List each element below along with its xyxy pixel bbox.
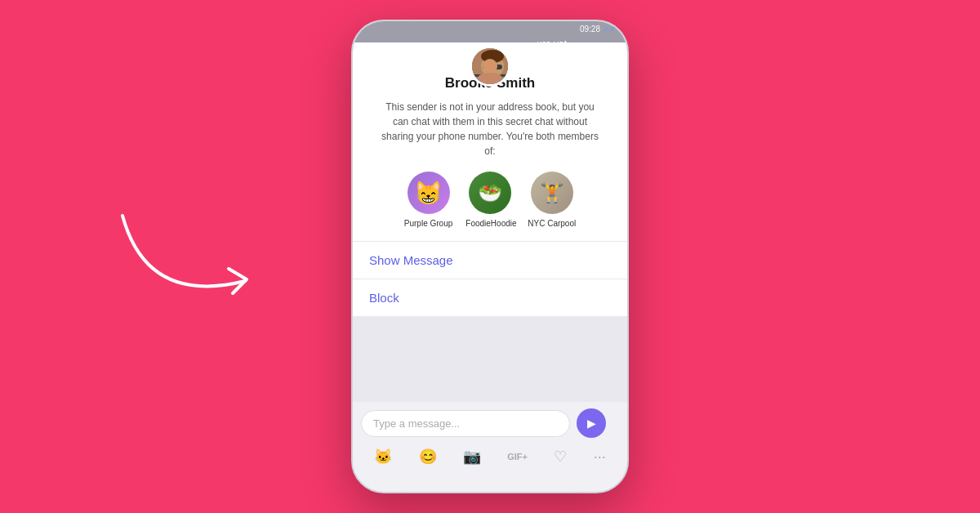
group-icon-car: 🏋️ — [531, 172, 573, 214]
toolbar-emoji-icon[interactable]: 😊 — [419, 448, 437, 466]
message-input[interactable]: Type a message... — [361, 410, 570, 437]
card-content: Brooke Smith This sender is not in your … — [353, 75, 627, 228]
phone-mockup: 09:28 ✓✓ ure vet... 09:28 ✓✓ — [351, 20, 629, 493]
food-group-emoji: 🥗 — [478, 181, 502, 204]
group-icon-food: 🥗 — [469, 172, 511, 214]
phone-edge-detail — [627, 70, 629, 136]
svg-rect-8 — [494, 65, 502, 69]
svg-point-6 — [481, 50, 504, 63]
divider-3 — [353, 316, 627, 317]
group-icon-purple: 😸 — [408, 172, 450, 214]
arrow-decoration — [98, 191, 278, 322]
avatar-image — [472, 48, 508, 84]
description-text: This sender is not in your address book,… — [369, 100, 611, 158]
svg-rect-7 — [483, 65, 491, 69]
group-label-food: FoodieHoodie — [466, 219, 514, 228]
group-item-food: 🥗 FoodieHoodie — [466, 172, 514, 228]
send-icon: ▶ — [587, 417, 596, 430]
top-time: 09:28 ✓✓ — [580, 25, 616, 33]
toolbar-more-icon[interactable]: ··· — [594, 448, 606, 466]
group-item-purple: 😸 Purple Group — [404, 172, 452, 228]
time-label: 09:28 — [580, 25, 600, 33]
chat-bottom-bar: Type a message... ▶ 🐱 😊 📷 GIF+ ♡ ··· — [353, 402, 627, 492]
toolbar-sticker-icon[interactable]: 🐱 — [374, 448, 392, 466]
car-group-emoji: 🏋️ — [540, 181, 564, 204]
group-label-car: NYC Carpool — [528, 219, 576, 228]
toolbar-camera-icon[interactable]: 📷 — [463, 448, 481, 466]
group-label-purple: Purple Group — [404, 219, 452, 228]
groups-row: 😸 Purple Group 🥗 FoodieHoodie 🏋️ NYC Car… — [369, 172, 611, 228]
block-button[interactable]: Block — [353, 279, 627, 316]
svg-rect-2 — [472, 74, 510, 77]
user-avatar — [470, 46, 510, 87]
send-button[interactable]: ▶ — [577, 408, 606, 438]
toolbar-heart-icon[interactable]: ♡ — [554, 448, 567, 466]
toolbar-gif-icon[interactable]: GIF+ — [507, 452, 528, 462]
check-marks: ✓✓ — [603, 25, 616, 33]
purple-group-emoji: 😸 — [414, 180, 443, 207]
show-message-button[interactable]: Show Message — [353, 242, 627, 279]
message-input-row: Type a message... ▶ — [353, 402, 627, 444]
toolbar-row: 🐱 😊 📷 GIF+ ♡ ··· — [353, 444, 627, 469]
svg-rect-3 — [472, 79, 510, 82]
group-item-car: 🏋️ NYC Carpool — [528, 172, 576, 228]
